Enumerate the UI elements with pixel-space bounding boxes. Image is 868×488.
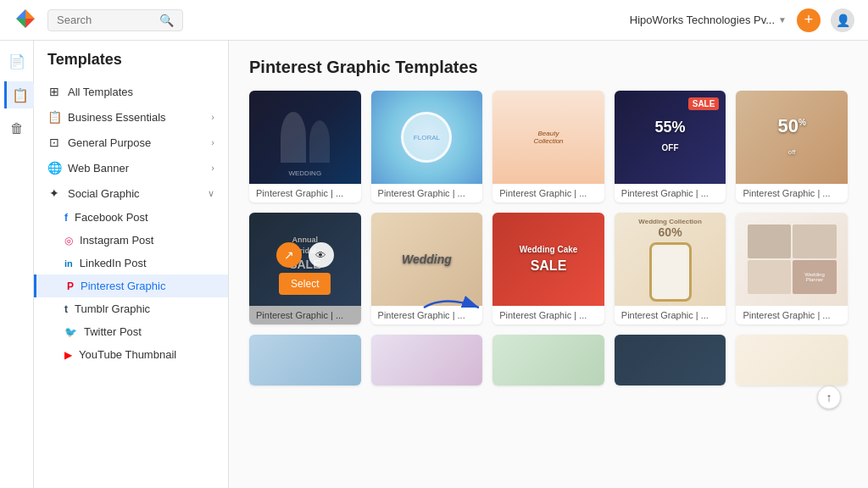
select-icon[interactable]: ↗ xyxy=(398,242,423,268)
template-card[interactable]: WeddingPlanner Pinterest Graphic | ... ↗… xyxy=(736,213,848,324)
sidebar-icon-templates[interactable]: 📋 xyxy=(4,81,34,108)
content-area: Pinterest Graphic Templates WEDDING Pint… xyxy=(229,41,868,488)
nav-item-label: Business Essentials xyxy=(68,111,166,124)
preview-icon[interactable]: 👁 xyxy=(674,120,699,146)
template-card[interactable]: FLORAL Pinterest Graphic | ... ↗ 👁 Selec… xyxy=(371,91,483,202)
select-icon[interactable]: ↗ xyxy=(398,120,423,146)
select-button[interactable]: Select xyxy=(766,273,818,295)
sidebar-subitem-twitter[interactable]: 🐦 Twitter Post xyxy=(34,320,228,343)
chevron-down-icon: ∨ xyxy=(208,188,214,199)
select-icon[interactable]: ↗ xyxy=(763,242,788,268)
template-card-hovered[interactable]: AnnualBridalSALE80% Pinterest Graphic | … xyxy=(249,213,361,324)
template-card[interactable]: BeautyCollection Pinterest Graphic | ...… xyxy=(492,91,604,202)
sidebar-subitem-linkedin[interactable]: in LinkedIn Post xyxy=(34,252,228,274)
pinterest-icon: P xyxy=(67,280,74,292)
sidebar-item-social-graphic[interactable]: ✦ Social Graphic ∨ xyxy=(34,180,228,206)
template-card[interactable] xyxy=(371,335,483,385)
preview-icon[interactable]: 👁 xyxy=(430,242,455,268)
sidebar-item-business-essentials[interactable]: 📋 Business Essentials › xyxy=(34,104,228,130)
sidebar-item-all-templates[interactable]: ⊞ All Templates xyxy=(34,79,228,104)
square-icon: ⊡ xyxy=(47,136,61,149)
nav-subitem-label: LinkedIn Post xyxy=(80,257,147,269)
select-button[interactable]: Select xyxy=(766,151,818,173)
sidebar-subitem-facebook[interactable]: f Facebook Post xyxy=(34,206,228,229)
select-button[interactable]: Select xyxy=(279,151,331,173)
file-icon: 📄 xyxy=(8,53,25,69)
preview-icon[interactable]: 👁 xyxy=(674,242,699,268)
preview-icon[interactable]: 👁 xyxy=(552,120,577,146)
chevron-right-icon: › xyxy=(211,137,214,147)
template-card[interactable] xyxy=(615,335,726,385)
preview-icon[interactable]: 👁 xyxy=(309,242,334,268)
template-card[interactable]: 55%OFF SALE Pinterest Graphic | ... ↗ 👁 … xyxy=(615,91,726,202)
template-card[interactable] xyxy=(736,335,848,385)
nav-subitem-label: Pinterest Graphic xyxy=(81,280,165,292)
select-button[interactable]: Select xyxy=(279,273,331,295)
select-icon[interactable]: ↗ xyxy=(642,120,667,146)
preview-icon[interactable]: 👁 xyxy=(795,120,821,146)
template-card[interactable] xyxy=(249,335,361,385)
template-card[interactable]: Wedding CakeSALE Pinterest Graphic | ...… xyxy=(492,213,604,324)
nav-item-label: General Purpose xyxy=(68,136,151,149)
user-icon: 👤 xyxy=(836,14,850,27)
template-card[interactable] xyxy=(492,335,604,385)
linkedin-icon: in xyxy=(64,258,73,269)
select-icon[interactable]: ↗ xyxy=(520,242,545,268)
preview-icon[interactable]: 👁 xyxy=(309,120,334,146)
briefcase-icon: 📋 xyxy=(47,110,61,124)
sidebar-item-web-banner[interactable]: 🌐 Web Banner › xyxy=(34,155,228,180)
add-button[interactable]: + xyxy=(797,8,821,32)
document-icon: 📋 xyxy=(12,87,29,103)
user-account-label[interactable]: HipoWorks Technologies Pv... ▼ xyxy=(630,14,787,26)
banner-icon: 🌐 xyxy=(47,161,61,175)
select-button[interactable]: Select xyxy=(644,151,696,173)
sidebar-subitem-tumblr[interactable]: t Tumblr Graphic xyxy=(34,297,228,320)
template-card[interactable]: Wedding Collection 60% Pinterest Graphic… xyxy=(615,213,726,324)
main-layout: 📄 📋 🗑 Templates ⊞ All Templates 📋 Busine… xyxy=(0,41,868,488)
sidebar-icon-trash[interactable]: 🗑 xyxy=(3,115,31,142)
sidebar-subitem-pinterest[interactable]: P Pinterest Graphic xyxy=(34,274,228,297)
facebook-icon: f xyxy=(64,212,68,224)
sidebar-subitem-instagram[interactable]: ◎ Instagram Post xyxy=(34,229,228,252)
nav-subitem-label: Instagram Post xyxy=(80,234,153,247)
template-card[interactable]: Wedding Pinterest Graphic | ... ↗ 👁 Sele… xyxy=(371,213,483,324)
nav-subitem-label: Tumblr Graphic xyxy=(75,302,150,315)
sidebar-title: Templates xyxy=(34,51,228,79)
sidebar-item-general-purpose[interactable]: ⊡ General Purpose › xyxy=(34,130,228,155)
topbar-right: HipoWorks Technologies Pv... ▼ + 👤 xyxy=(630,8,854,32)
nav-sidebar: Templates ⊞ All Templates 📋 Business Ess… xyxy=(34,41,229,488)
nav-subitem-label: Facebook Post xyxy=(75,211,148,224)
search-input[interactable] xyxy=(57,14,154,26)
select-icon[interactable]: ↗ xyxy=(763,120,788,146)
search-box[interactable]: 🔍 xyxy=(47,9,183,31)
select-icon[interactable]: ↗ xyxy=(642,242,667,268)
select-button[interactable]: Select xyxy=(401,151,453,173)
app-logo[interactable] xyxy=(14,7,37,34)
preview-icon[interactable]: 👁 xyxy=(430,120,455,146)
icon-sidebar: 📄 📋 🗑 xyxy=(0,41,34,488)
select-icon[interactable]: ↗ xyxy=(520,120,545,146)
search-icon: 🔍 xyxy=(159,14,174,27)
plus-icon: + xyxy=(804,11,814,29)
select-button[interactable]: Select xyxy=(644,273,696,295)
template-card[interactable]: WEDDING Pinterest Graphic | ... ↗ 👁 Sele… xyxy=(249,91,361,202)
sidebar-subitem-youtube[interactable]: ▶ YouTube Thumbnail xyxy=(34,343,228,366)
nav-subitem-label: YouTube Thumbnail xyxy=(79,348,176,361)
account-icon[interactable]: 👤 xyxy=(831,8,854,32)
select-button[interactable]: Select xyxy=(522,273,574,295)
instagram-icon: ◎ xyxy=(64,235,73,247)
grid-icon: ⊞ xyxy=(47,85,61,98)
page-title: Pinterest Graphic Templates xyxy=(249,58,848,77)
preview-icon[interactable]: 👁 xyxy=(795,242,821,268)
select-button[interactable]: Select xyxy=(522,151,574,173)
select-icon[interactable]: ↗ xyxy=(276,120,302,146)
select-button[interactable]: Select xyxy=(401,273,453,295)
twitter-icon: 🐦 xyxy=(64,326,77,338)
scroll-up-button[interactable]: ↑ xyxy=(817,385,841,409)
template-card[interactable]: 50%off Pinterest Graphic | ... ↗ 👁 Selec… xyxy=(736,91,848,202)
nav-item-label: Web Banner xyxy=(68,162,129,175)
nav-subitem-label: Twitter Post xyxy=(84,325,142,338)
select-icon[interactable]: ↗ xyxy=(276,242,302,268)
preview-icon[interactable]: 👁 xyxy=(552,242,577,268)
sidebar-icon-file[interactable]: 📄 xyxy=(3,47,31,75)
